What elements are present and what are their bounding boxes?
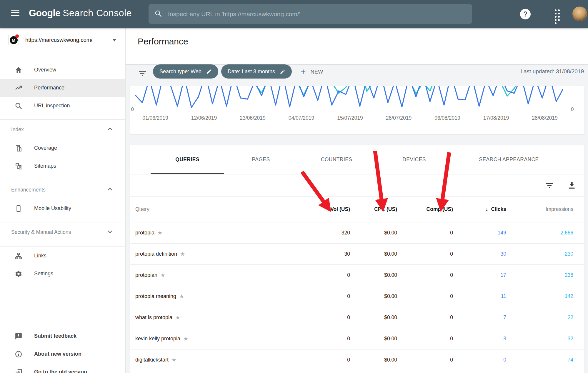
clicks-cell: 7 bbox=[453, 314, 506, 321]
sidebar-item-label: Links bbox=[34, 253, 46, 259]
column-header-clicks[interactable]: ↓Clicks bbox=[453, 206, 506, 212]
sidebar-item-label: Overview bbox=[34, 67, 56, 73]
sidebar-item-performance[interactable]: Performance bbox=[0, 79, 125, 97]
vol-cell: 30 bbox=[259, 251, 350, 257]
query-text: digitalkickstart bbox=[135, 357, 169, 363]
plus-icon: + bbox=[301, 67, 306, 76]
column-header-query[interactable]: Query bbox=[135, 206, 259, 212]
property-selector[interactable]: M https://marcuswkwong.com/ bbox=[0, 28, 125, 52]
info-icon bbox=[15, 350, 22, 358]
sidebar-item-mobile-usability[interactable]: Mobile Usability bbox=[0, 199, 125, 217]
sidebar-item-url-inspection[interactable]: URL inspection bbox=[0, 97, 125, 115]
query-text: protopia definition bbox=[135, 251, 177, 257]
table-row[interactable]: protopia★ 320 $0.00 0 149 2,666 bbox=[130, 222, 584, 243]
filter-funnel-icon[interactable] bbox=[138, 69, 147, 79]
url-inspect-search-input[interactable]: Inspect any URL in 'https://marcuswkwong… bbox=[149, 4, 472, 24]
logo-google: Google bbox=[29, 8, 60, 18]
column-label: Clicks bbox=[491, 206, 506, 212]
comp-cell: 0 bbox=[397, 251, 453, 257]
sidebar-item-submit-feedback[interactable]: Submit feedback bbox=[0, 327, 125, 345]
download-icon[interactable] bbox=[567, 180, 577, 191]
star-icon[interactable]: ★ bbox=[157, 229, 162, 236]
search-icon bbox=[154, 10, 162, 19]
favicon-notification-dot bbox=[15, 34, 19, 38]
chart-line-clicks bbox=[135, 86, 563, 107]
tab-queries[interactable]: QUERIES bbox=[151, 145, 224, 174]
impressions-cell: 74 bbox=[506, 357, 573, 363]
sidebar-section-index[interactable]: Index bbox=[0, 120, 125, 139]
clicks-cell: 30 bbox=[453, 251, 506, 257]
user-avatar[interactable] bbox=[572, 6, 587, 21]
sidebar-item-coverage[interactable]: Coverage bbox=[0, 139, 125, 157]
comp-cell: 0 bbox=[397, 314, 453, 321]
column-header-cpc-us-[interactable]: CPC (US) bbox=[350, 206, 397, 212]
vol-cell: 0 bbox=[259, 336, 350, 342]
sidebar-section-enhancements[interactable]: Enhancements bbox=[0, 180, 125, 199]
tab-label: COUNTRIES bbox=[321, 156, 352, 163]
performance-trend-icon bbox=[15, 84, 22, 92]
table-row[interactable]: protopia meaning★ 0 $0.00 0 11 142 bbox=[130, 286, 584, 307]
table-row[interactable]: protopia definition★ 30 $0.00 0 30 230 bbox=[130, 243, 584, 264]
chevron-up-icon[interactable] bbox=[107, 127, 113, 132]
help-icon[interactable]: ? bbox=[520, 9, 531, 19]
table-row[interactable]: protopian★ 0 $0.00 0 17 238 bbox=[130, 264, 584, 286]
filter-bar: Search type: Web Date: Last 3 months + N… bbox=[126, 64, 588, 87]
section-label: Security & Manual Actions bbox=[11, 229, 71, 235]
star-icon[interactable]: ★ bbox=[160, 272, 165, 279]
new-filter-button[interactable]: + NEW bbox=[301, 67, 323, 77]
exit-icon bbox=[15, 368, 22, 373]
cpc-cell: $0.00 bbox=[350, 230, 397, 236]
clicks-cell: 3 bbox=[453, 336, 506, 342]
page-title: Performance bbox=[138, 36, 188, 46]
impressions-cell: 230 bbox=[506, 251, 573, 257]
star-icon[interactable]: ★ bbox=[171, 357, 176, 363]
search-type-filter-chip[interactable]: Search type: Web bbox=[153, 64, 218, 79]
tab-label: SEARCH APPEARANCE bbox=[479, 156, 539, 163]
site-favicon: M bbox=[8, 35, 19, 45]
sidebar-item-settings[interactable]: Settings bbox=[0, 265, 125, 283]
queries-table-card: QUERIESPAGESCOUNTRIESDEVICESSEARCH APPEA… bbox=[130, 145, 584, 373]
date-filter-chip[interactable]: Date: Last 3 months bbox=[221, 64, 292, 79]
table-row[interactable]: digitalkickstart★ 0 $0.00 0 0 74 bbox=[130, 349, 584, 370]
tab-devices[interactable]: DEVICES bbox=[375, 145, 453, 174]
active-tab-underline bbox=[151, 173, 224, 174]
comp-cell: 0 bbox=[397, 357, 453, 363]
sidebar-item-sitemaps[interactable]: Sitemaps bbox=[0, 157, 125, 175]
chevron-up-icon[interactable] bbox=[107, 187, 113, 192]
x-axis-tick: 28/08/2019 bbox=[532, 115, 558, 121]
x-axis-tick: 01/06/2019 bbox=[142, 115, 168, 121]
column-header-impressions[interactable]: Impressions bbox=[506, 206, 573, 212]
sidebar-item-go-to-the-old-version[interactable]: Go to the old version bbox=[0, 363, 125, 373]
page-title-band: Performance bbox=[126, 28, 588, 64]
star-icon[interactable]: ★ bbox=[179, 293, 184, 300]
vol-cell: 0 bbox=[259, 272, 350, 278]
google-apps-grid-icon[interactable] bbox=[555, 9, 564, 18]
column-header-vol-us-[interactable]: Vol (US) bbox=[259, 206, 350, 212]
column-label: CPC (US) bbox=[374, 206, 397, 212]
tab-pages[interactable]: PAGES bbox=[224, 145, 298, 174]
sidebar-item-about-new-version[interactable]: About new version bbox=[0, 345, 125, 363]
sidebar-nav: Overview Performance URL inspectionIndex… bbox=[0, 52, 125, 283]
star-icon[interactable]: ★ bbox=[180, 251, 185, 257]
sidebar-section-security-manual-actions[interactable]: Security & Manual Actions bbox=[0, 222, 125, 242]
sidebar-item-overview[interactable]: Overview bbox=[0, 61, 125, 79]
tab-countries[interactable]: COUNTRIES bbox=[298, 145, 375, 174]
vol-cell: 0 bbox=[259, 314, 350, 321]
mobile-phone-icon bbox=[15, 205, 22, 212]
star-icon[interactable]: ★ bbox=[175, 314, 180, 321]
column-header-comp-us-[interactable]: Comp (US) bbox=[397, 206, 453, 212]
top-app-bar: GoogleSearch Console Inspect any URL in … bbox=[0, 0, 588, 28]
table-filter-icon[interactable] bbox=[545, 181, 554, 191]
query-cell: kevin kelly protopia★ bbox=[135, 335, 259, 342]
star-icon[interactable]: ★ bbox=[183, 335, 188, 342]
chevron-down-icon[interactable] bbox=[107, 229, 113, 235]
performance-chart-card: 0 0 01/06/201912/06/201923/06/201904/07/… bbox=[130, 86, 584, 134]
sidebar-item-links[interactable]: Links bbox=[0, 247, 125, 265]
hamburger-menu-icon[interactable] bbox=[11, 10, 20, 19]
impressions-cell: 142 bbox=[506, 293, 573, 299]
table-row[interactable]: what is protopia★ 0 $0.00 0 7 22 bbox=[130, 307, 584, 328]
table-row[interactable]: kevin kelly protopia★ 0 $0.00 0 3 32 bbox=[130, 328, 584, 349]
tab-search-appearance[interactable]: SEARCH APPEARANCE bbox=[453, 145, 565, 174]
performance-chart[interactable] bbox=[135, 86, 563, 110]
main-content: Search type: Web Date: Last 3 months + N… bbox=[126, 64, 588, 373]
